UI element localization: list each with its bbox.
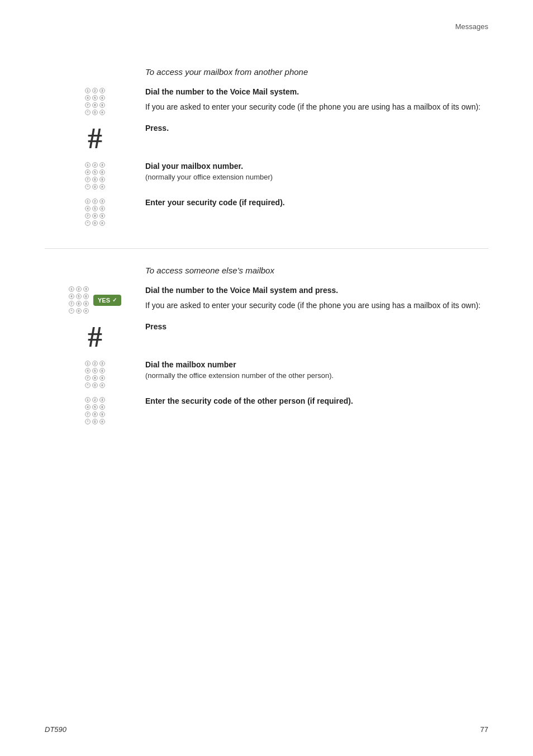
key-5e: 5: [92, 368, 98, 374]
section1-step2-text: Press.: [145, 123, 488, 134]
key-3: 3: [99, 88, 105, 93]
phone-keypad-1: 1 2 3 4 5 6 7 8 9 * 0 #: [85, 88, 105, 115]
key-star-d: *: [69, 308, 74, 314]
key-hash-f: #: [99, 419, 105, 424]
phone-keypad-6: 1 2 3 4 5 6 7 8 9 * 0 #: [85, 397, 105, 424]
keypad-grid-4: 1 2 3 4 5 6 7 8 9 * 0 #: [69, 286, 89, 314]
section-access-others-mailbox: To access someone else’s mailbox 1 2 3 4…: [45, 266, 488, 424]
key-4d: 4: [69, 294, 74, 299]
footer-model: DT590: [45, 725, 66, 734]
key-hash-b: #: [99, 184, 105, 190]
page: Messages To access your mailbox from ano…: [0, 0, 533, 756]
keypad-grid-2: 1 2 3 4 5 6 7 8 9 * 0 #: [85, 162, 105, 190]
key-5d: 5: [76, 294, 82, 299]
section2-keypad-yes-icon: 1 2 3 4 5 6 7 8 9 * 0 #: [45, 285, 145, 314]
key-9e: 9: [99, 375, 105, 381]
key-hash-c: #: [99, 220, 105, 226]
section2-step3-sub: (normally the office extension number of…: [145, 371, 488, 381]
phone-keypad-3: 1 2 3 4 5 6 7 8 9 * 0 #: [85, 199, 105, 226]
section2-step4-bold: Enter the security code of the other per…: [145, 396, 488, 407]
key-star-b: *: [85, 184, 91, 190]
section1-step4-text: Enter your security code (if required).: [145, 197, 488, 209]
phone-yes-combo: 1 2 3 4 5 6 7 8 9 * 0 #: [69, 286, 121, 314]
key-7d: 7: [69, 301, 74, 306]
main-content: To access your mailbox from another phon…: [45, 67, 488, 424]
key-3f: 3: [99, 397, 105, 403]
key-star-f: *: [85, 419, 91, 424]
key-3e: 3: [99, 361, 105, 366]
key-4e: 4: [85, 368, 91, 374]
key-5: 5: [92, 95, 98, 101]
section1-keypad-icon2: 1 2 3 4 5 6 7 8 9 * 0 #: [45, 161, 145, 190]
key-8c: 8: [92, 213, 98, 219]
key-9f: 9: [99, 412, 105, 417]
section1-step1-row: 1 2 3 4 5 6 7 8 9 * 0 #: [45, 87, 488, 115]
section2-step1-normal: If you are asked to enter your security …: [145, 300, 488, 311]
section1-step1-text: Dial the number to the Voice Mail system…: [145, 87, 488, 113]
section1-keypad-icon3: 1 2 3 4 5 6 7 8 9 * 0 #: [45, 197, 145, 226]
section1-hash-icon: #: [45, 123, 145, 153]
section2-step2-text: Press: [145, 322, 488, 333]
section2-step2-row: # Press: [45, 322, 488, 352]
section2-step4-row: 1 2 3 4 5 6 7 8 9 * 0 #: [45, 396, 488, 424]
key-1d: 1: [69, 286, 74, 292]
key-1b: 1: [85, 162, 91, 168]
key-8: 8: [92, 102, 98, 108]
section1-keypad-icon1: 1 2 3 4 5 6 7 8 9 * 0 #: [45, 87, 145, 115]
key-6e: 6: [99, 368, 105, 374]
section2-step3-bold: Dial the mailbox number: [145, 360, 488, 371]
keypad-grid-5: 1 2 3 4 5 6 7 8 9 * 0 #: [85, 361, 105, 388]
section2-title: To access someone else’s mailbox: [145, 266, 488, 275]
yes-button[interactable]: YES ✓: [93, 295, 121, 306]
key-star-c: *: [85, 220, 91, 226]
key-6b: 6: [99, 169, 105, 175]
section2-keypad-icon1: 1 2 3 4 5 6 7 8 9 * 0 #: [45, 360, 145, 388]
key-2c: 2: [92, 199, 98, 204]
key-5c: 5: [92, 206, 98, 211]
section1-step3-sub: (normally your office extension number): [145, 172, 488, 182]
key-9: 9: [99, 102, 105, 108]
section2-step3-row: 1 2 3 4 5 6 7 8 9 * 0 #: [45, 360, 488, 388]
key-0: 0: [92, 110, 98, 115]
footer-page-number: 77: [480, 725, 488, 734]
key-star: *: [85, 110, 91, 115]
key-7e: 7: [85, 375, 91, 381]
section2-step2-bold: Press: [145, 322, 488, 333]
key-6f: 6: [99, 404, 105, 410]
section1-step1-bold: Dial the number to the Voice Mail system…: [145, 87, 488, 98]
key-8e: 8: [92, 375, 98, 381]
section2-step3-text: Dial the mailbox number (normally the of…: [145, 360, 488, 381]
key-2: 2: [92, 88, 98, 93]
section1-step2-row: # Press.: [45, 123, 488, 153]
section1-title: To access your mailbox from another phon…: [145, 67, 488, 77]
key-0d: 0: [76, 308, 82, 314]
key-6c: 6: [99, 206, 105, 211]
phone-keypad-4: 1 2 3 4 5 6 7 8 9 * 0 #: [69, 286, 89, 314]
key-1e: 1: [85, 361, 91, 366]
key-7c: 7: [85, 213, 91, 219]
key-7b: 7: [85, 177, 91, 182]
header-messages: Messages: [455, 22, 488, 31]
key-2f: 2: [92, 397, 98, 403]
section1-step2-bold: Press.: [145, 123, 488, 134]
yes-label: YES: [98, 297, 110, 304]
section2-step1-bold: Dial the number to the Voice Mail system…: [145, 285, 488, 296]
key-9c: 9: [99, 213, 105, 219]
section1-step3-row: 1 2 3 4 5 6 7 8 9 * 0 #: [45, 161, 488, 190]
key-9b: 9: [99, 177, 105, 182]
key-hash-e: #: [99, 382, 105, 388]
key-1f: 1: [85, 397, 91, 403]
key-2e: 2: [92, 361, 98, 366]
key-2b: 2: [92, 162, 98, 168]
section-access-own-mailbox: To access your mailbox from another phon…: [45, 67, 488, 226]
key-4f: 4: [85, 404, 91, 410]
key-6: 6: [99, 95, 105, 101]
section2-step1-text: Dial the number to the Voice Mail system…: [145, 285, 488, 311]
key-0b: 0: [92, 184, 98, 190]
key-5b: 5: [92, 169, 98, 175]
key-8f: 8: [92, 412, 98, 417]
key-hash-d: #: [83, 308, 89, 314]
key-3d: 3: [83, 286, 89, 292]
section2-hash-icon: #: [45, 322, 145, 352]
key-8d: 8: [76, 301, 82, 306]
